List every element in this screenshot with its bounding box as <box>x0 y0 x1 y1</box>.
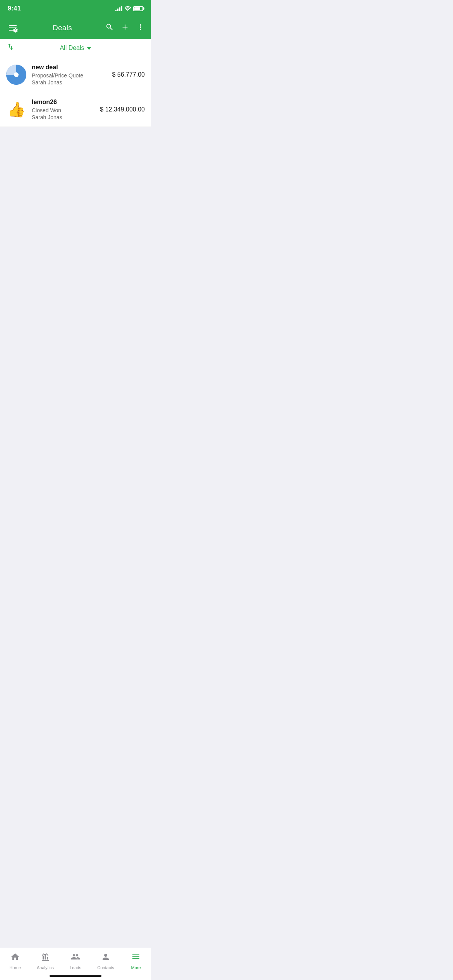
more-options-button[interactable] <box>136 23 145 33</box>
signal-icon <box>115 6 122 11</box>
deal-name: new deal <box>32 64 112 71</box>
status-icons <box>115 6 143 11</box>
deal-stage: Proposal/Price Quote <box>32 72 112 79</box>
nav-bar: Deals <box>0 17 151 39</box>
deal-info: lemon26 Closed Won Sarah Jonas <box>32 99 100 120</box>
deal-item[interactable]: 👍 lemon26 Closed Won Sarah Jonas $ 12,34… <box>0 92 151 127</box>
menu-settings-button[interactable] <box>6 21 19 34</box>
deal-person: Sarah Jonas <box>32 79 112 86</box>
deal-avatar-pie <box>6 65 26 85</box>
deal-item[interactable]: new deal Proposal/Price Quote Sarah Jona… <box>0 57 151 92</box>
wifi-icon <box>125 6 131 11</box>
deal-avatar-thumbs: 👍 <box>6 99 26 120</box>
deal-info: new deal Proposal/Price Quote Sarah Jona… <box>32 64 112 86</box>
deal-stage: Closed Won <box>32 107 100 113</box>
filter-bar[interactable]: All Deals <box>0 39 151 57</box>
status-time: 9:41 <box>8 5 21 12</box>
empty-area <box>0 127 151 359</box>
deal-name: lemon26 <box>32 99 100 106</box>
filter-label[interactable]: All Deals <box>60 45 91 51</box>
search-button[interactable] <box>105 23 114 33</box>
deal-person: Sarah Jonas <box>32 114 100 120</box>
gear-icon <box>13 27 18 33</box>
deal-amount: $ 56,777.00 <box>112 71 145 78</box>
status-bar: 9:41 <box>0 0 151 17</box>
add-button[interactable] <box>121 23 129 33</box>
deals-list: new deal Proposal/Price Quote Sarah Jona… <box>0 57 151 127</box>
dropdown-arrow-icon <box>87 47 91 50</box>
nav-actions <box>105 23 145 33</box>
deal-amount: $ 12,349,000.00 <box>100 106 145 113</box>
sort-icon[interactable] <box>6 43 15 53</box>
battery-icon <box>133 6 143 11</box>
thumbs-up-icon: 👍 <box>7 102 26 117</box>
page-title: Deals <box>53 24 72 32</box>
